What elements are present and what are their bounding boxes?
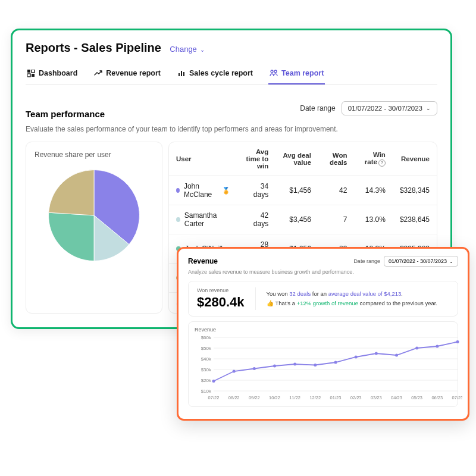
date-range-value: 01/07/2022 - 30/07/2023 — [348, 105, 422, 112]
table-row[interactable]: Samantha Carter42 days$3,456713.0%$238,6… — [169, 205, 437, 234]
user-color-dot — [176, 188, 180, 193]
svg-rect-3 — [32, 74, 35, 77]
revenue-chart-card: Revenue $60k$50k$40k$30k$20k$10k07/2208/… — [188, 321, 458, 407]
overlay-subtitle: Analyze sales revenue to measure busines… — [188, 269, 458, 275]
change-label: Change — [170, 45, 197, 54]
tab-label: Sales cycle report — [189, 69, 253, 77]
pie-chart — [43, 165, 145, 266]
svg-point-24 — [273, 365, 276, 368]
col-header: Win rate? — [354, 142, 392, 176]
svg-rect-6 — [183, 72, 184, 76]
svg-point-27 — [334, 361, 337, 364]
svg-text:04/23: 04/23 — [391, 395, 402, 400]
kpi-value: $280.4k — [197, 295, 245, 310]
tab-revenue-report[interactable]: Revenue report — [93, 65, 162, 84]
svg-rect-0 — [27, 70, 30, 73]
section-title: Team performance — [26, 109, 105, 119]
pie-title: Revenue share per user — [35, 151, 154, 159]
overlay-date-value: 01/07/2022 - 30/07/2023 — [389, 258, 447, 264]
svg-text:03/23: 03/23 — [371, 395, 382, 400]
svg-text:$40k: $40k — [201, 356, 212, 362]
tab-team-report[interactable]: Team report — [268, 65, 325, 84]
kpi-card: Won revenue $280.4k You won 32 deals for… — [188, 281, 458, 317]
svg-point-23 — [253, 367, 256, 370]
date-range-label: Date range — [300, 104, 335, 112]
svg-text:05/23: 05/23 — [411, 395, 422, 400]
tab-label: Team report — [281, 69, 324, 77]
svg-text:$10k: $10k — [201, 389, 212, 394]
pie-card: Revenue share per user — [26, 142, 162, 314]
chevron-down-icon: ⌄ — [200, 46, 205, 53]
svg-text:07/23: 07/23 — [452, 395, 462, 400]
chart-title: Revenue — [195, 327, 452, 333]
col-header: Avg time to win — [237, 142, 275, 176]
svg-text:10/22: 10/22 — [269, 395, 280, 400]
overlay-date-label: Date range — [353, 258, 380, 264]
svg-text:12/22: 12/22 — [309, 395, 321, 400]
kpi-summary: You won 32 deals for an average deal val… — [267, 289, 437, 308]
svg-point-25 — [293, 363, 296, 366]
tab-label: Revenue report — [106, 69, 161, 77]
svg-text:07/22: 07/22 — [208, 395, 220, 400]
svg-text:09/22: 09/22 — [249, 395, 260, 400]
svg-point-22 — [233, 370, 236, 373]
tab-sales-cycle-report[interactable]: Sales cycle report — [176, 65, 254, 84]
tabs: Dashboard Revenue report Sales cycle rep… — [26, 65, 437, 85]
kpi-label: Won revenue — [197, 287, 245, 293]
user-name: John McClane — [184, 182, 218, 199]
trend-up-icon — [94, 69, 102, 77]
svg-point-30 — [395, 354, 398, 357]
svg-point-21 — [212, 380, 215, 383]
overlay-title: Revenue — [188, 257, 218, 265]
help-icon[interactable]: ? — [378, 159, 386, 167]
svg-rect-2 — [27, 74, 30, 77]
svg-text:01/23: 01/23 — [330, 395, 342, 400]
user-name: Samantha Carter — [184, 211, 230, 228]
section-subtitle: Evaluate the sales performance of your t… — [26, 125, 437, 133]
svg-text:$50k: $50k — [201, 346, 212, 351]
svg-point-28 — [355, 356, 358, 359]
revenue-line-chart: $60k$50k$40k$30k$20k$10k07/2208/2209/221… — [195, 335, 462, 402]
svg-point-33 — [456, 340, 459, 343]
revenue-overlay-card: Revenue Date range 01/07/2022 - 30/07/20… — [177, 247, 469, 421]
overlay-date-picker[interactable]: 01/07/2022 - 30/07/2023 ⌄ — [384, 256, 458, 267]
svg-rect-5 — [181, 71, 182, 76]
svg-point-32 — [436, 345, 439, 348]
svg-text:$20k: $20k — [201, 378, 212, 383]
change-link[interactable]: Change ⌄ — [170, 45, 205, 54]
svg-text:06/23: 06/23 — [431, 395, 443, 400]
svg-text:11/22: 11/22 — [289, 395, 300, 400]
table-row[interactable]: John McClane🏅34 days$1,4564214.3%$328,34… — [169, 176, 437, 205]
col-header: Avg deal value — [275, 142, 318, 176]
col-header: Won deals — [318, 142, 355, 176]
svg-rect-4 — [178, 73, 180, 76]
team-icon — [270, 69, 278, 77]
svg-point-8 — [274, 70, 277, 73]
tab-label: Dashboard — [39, 69, 77, 77]
chevron-down-icon: ⌄ — [449, 259, 453, 264]
svg-rect-1 — [32, 70, 35, 73]
svg-text:$60k: $60k — [201, 335, 212, 340]
col-header: User — [169, 142, 237, 176]
svg-text:08/22: 08/22 — [228, 395, 240, 400]
tab-dashboard[interactable]: Dashboard — [26, 65, 79, 84]
ribbon-icon: 🏅 — [222, 187, 230, 195]
thumbs-up-icon: 👍 — [267, 300, 274, 306]
page-title: Reports - Sales Pipeline — [26, 41, 161, 54]
svg-point-29 — [375, 352, 378, 355]
user-color-dot — [176, 217, 180, 222]
svg-point-31 — [415, 347, 418, 350]
col-header: Revenue — [393, 142, 437, 176]
dashboard-icon — [27, 69, 35, 77]
bar-chart-icon — [177, 69, 186, 77]
svg-point-26 — [314, 364, 317, 367]
date-range-picker[interactable]: 01/07/2022 - 30/07/2023 ⌄ — [342, 101, 437, 115]
svg-text:02/23: 02/23 — [350, 395, 362, 400]
chevron-down-icon: ⌄ — [426, 105, 431, 111]
svg-text:$30k: $30k — [201, 367, 212, 372]
svg-point-7 — [271, 70, 273, 73]
